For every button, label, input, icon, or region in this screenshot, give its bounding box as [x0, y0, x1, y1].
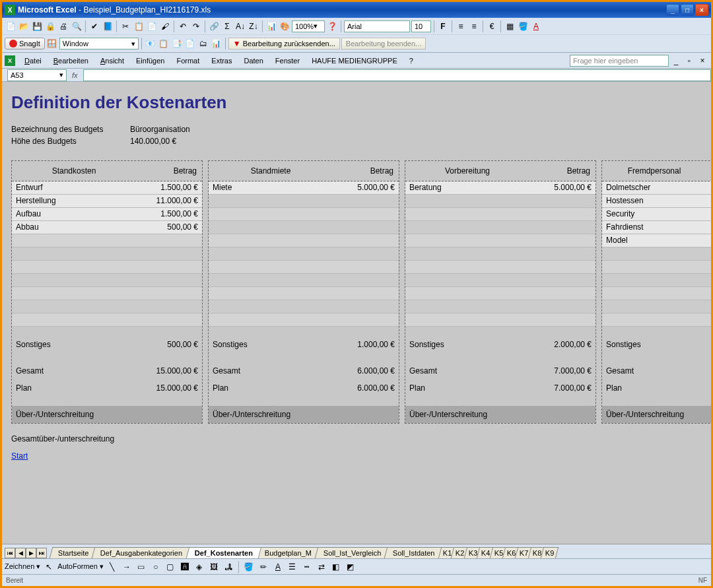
- start-link[interactable]: Start: [11, 451, 28, 461]
- cut-icon[interactable]: ✂: [119, 20, 131, 32]
- table-row[interactable]: [12, 287, 202, 300]
- table-row[interactable]: Beratung5.000,00 €: [405, 181, 595, 195]
- fontcolor-draw-icon[interactable]: A: [272, 561, 284, 573]
- sort-desc-icon[interactable]: Z↓: [248, 20, 259, 32]
- tab-nav-prev[interactable]: ◀: [15, 548, 26, 558]
- close-button[interactable]: ×: [695, 4, 708, 16]
- shadow-icon[interactable]: ◧: [330, 561, 342, 573]
- name-box[interactable]: A53 ▾: [7, 69, 67, 81]
- line-icon[interactable]: ╲: [106, 561, 118, 573]
- excel-menu-icon[interactable]: X: [5, 55, 15, 66]
- table-row[interactable]: [209, 221, 399, 234]
- save-icon[interactable]: 💾: [31, 20, 43, 32]
- snagit-window-combo[interactable]: Window▾: [59, 38, 139, 49]
- table-row[interactable]: [209, 274, 399, 287]
- permission-icon[interactable]: 🔒: [44, 20, 56, 32]
- sheet-tab[interactable]: Soll_Istdaten: [384, 547, 444, 558]
- menu-help[interactable]: ?: [404, 55, 419, 66]
- picture-icon[interactable]: 🏞: [222, 561, 234, 573]
- table-row[interactable]: [209, 261, 399, 274]
- table-row[interactable]: Entwurf1.500,00 €: [12, 181, 202, 195]
- table-row[interactable]: Aufbau1.500,00 €: [12, 208, 202, 221]
- table-row[interactable]: [12, 313, 202, 327]
- font-color-icon[interactable]: A: [530, 20, 542, 32]
- autosum-icon[interactable]: Σ: [221, 20, 233, 32]
- arrow-icon[interactable]: →: [121, 561, 133, 573]
- table-row[interactable]: [405, 274, 595, 287]
- table-row[interactable]: [209, 247, 399, 261]
- doc-minimize-icon[interactable]: _: [670, 55, 682, 67]
- question-input[interactable]: Frage hier eingeben: [570, 55, 669, 67]
- table-row[interactable]: [209, 195, 399, 208]
- paste-icon[interactable]: 📄: [146, 20, 158, 32]
- table-row[interactable]: Model12.000,0: [602, 234, 711, 247]
- wordart-icon[interactable]: 🅰: [179, 561, 191, 573]
- textbox-icon[interactable]: ▢: [164, 561, 176, 573]
- sheet-tab[interactable]: Budgetplan_M: [255, 547, 320, 558]
- table-row[interactable]: Hostessen20.000,0: [602, 195, 711, 208]
- autoforms-menu[interactable]: AutoFormen ▾: [57, 562, 104, 571]
- review-send-button[interactable]: ▼ Bearbeitung zurücksenden...: [228, 38, 340, 49]
- help-icon[interactable]: ❓: [326, 20, 338, 32]
- sheet-tab[interactable]: Soll_Ist_Vergleich: [314, 547, 390, 558]
- table-row[interactable]: Dolmetscher20.000,0: [602, 181, 711, 195]
- table-row[interactable]: [209, 287, 399, 300]
- table-row[interactable]: Abbau500,00 €: [12, 221, 202, 234]
- table-row[interactable]: [405, 300, 595, 313]
- table-row[interactable]: [602, 247, 711, 261]
- review-icon-3[interactable]: 📑: [171, 38, 183, 49]
- preview-icon[interactable]: 🔍: [71, 20, 83, 32]
- table-row[interactable]: [602, 261, 711, 274]
- research-icon[interactable]: 📘: [102, 20, 114, 32]
- table-row[interactable]: [405, 221, 595, 234]
- table-row[interactable]: [209, 208, 399, 221]
- table-row[interactable]: [405, 208, 595, 221]
- table-row[interactable]: [405, 195, 595, 208]
- menu-haufe[interactable]: HAUFE MEDIENGRUPPE: [306, 55, 403, 66]
- menu-edit[interactable]: Bearbeiten: [48, 55, 94, 66]
- select-icon[interactable]: ↖: [43, 561, 55, 573]
- snagit-button[interactable]: SnagIt: [5, 38, 45, 49]
- format-painter-icon[interactable]: 🖌: [159, 20, 171, 32]
- table-row[interactable]: [405, 313, 595, 327]
- table-row[interactable]: [12, 300, 202, 313]
- fx-icon[interactable]: fx: [72, 71, 78, 79]
- snagit-window-icon[interactable]: 🪟: [46, 38, 58, 49]
- menu-insert[interactable]: Einfügen: [131, 55, 170, 66]
- table-row[interactable]: [405, 287, 595, 300]
- table-row[interactable]: [602, 287, 711, 300]
- draw-menu[interactable]: Zeichnen ▾: [5, 562, 40, 571]
- doc-restore-icon[interactable]: ▫: [683, 55, 695, 67]
- align-center-icon[interactable]: ≡: [468, 20, 480, 32]
- print-icon[interactable]: 🖨: [57, 20, 69, 32]
- review-icon-5[interactable]: 🗂: [197, 38, 209, 49]
- worksheet-area[interactable]: Definition der Kostenarten Bezeichnung d…: [2, 82, 711, 544]
- table-row[interactable]: [12, 274, 202, 287]
- lineweight-icon[interactable]: ☰: [287, 561, 298, 573]
- tab-nav-first[interactable]: ⏮: [5, 548, 15, 558]
- menu-extras[interactable]: Extras: [206, 55, 237, 66]
- minimize-button[interactable]: _: [666, 4, 679, 16]
- table-row[interactable]: Fahrdienst3.000,0: [602, 221, 711, 234]
- table-row[interactable]: [405, 234, 595, 247]
- menu-format[interactable]: Format: [171, 55, 205, 66]
- table-row[interactable]: [12, 261, 202, 274]
- menu-view[interactable]: Ansicht: [95, 55, 129, 66]
- table-row[interactable]: [12, 234, 202, 247]
- dashstyle-icon[interactable]: ┅: [301, 561, 313, 573]
- currency-icon[interactable]: €: [486, 20, 498, 32]
- drawing-icon[interactable]: 🎨: [279, 20, 290, 32]
- sheet-tab[interactable]: Startseite: [50, 547, 98, 558]
- sort-asc-icon[interactable]: A↓: [234, 20, 246, 32]
- maximize-button[interactable]: □: [681, 4, 694, 16]
- linecolor-icon[interactable]: ✏: [257, 561, 269, 573]
- zoom-combo[interactable]: 100% ▾: [292, 20, 325, 32]
- tab-nav-last[interactable]: ⏭: [36, 548, 47, 558]
- table-row[interactable]: [602, 274, 711, 287]
- table-row[interactable]: [405, 261, 595, 274]
- align-left-icon[interactable]: ≡: [455, 20, 467, 32]
- chart-icon[interactable]: 📊: [265, 20, 277, 32]
- review-icon-6[interactable]: 📊: [211, 38, 222, 49]
- table-row[interactable]: Herstellung11.000,00 €: [12, 195, 202, 208]
- formula-input[interactable]: [83, 69, 711, 81]
